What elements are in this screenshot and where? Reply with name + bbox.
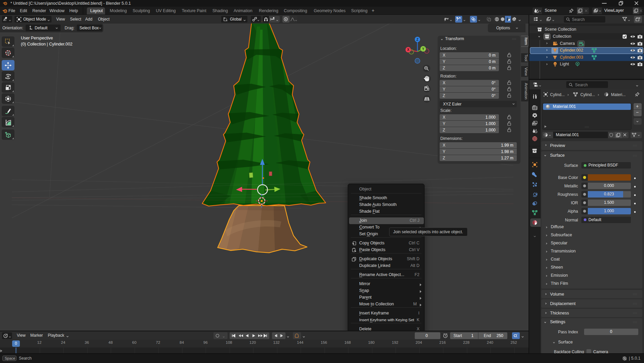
svg-text:X: X (407, 48, 409, 52)
svg-text:Z: Z (416, 38, 418, 41)
svg-text:Y: Y (422, 47, 425, 51)
